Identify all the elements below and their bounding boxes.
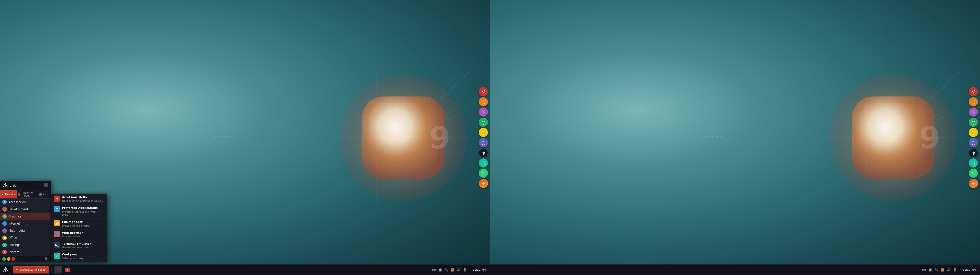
arcolinux-hello-desc: Need to know information about ...: [62, 199, 104, 202]
tray-keyboard-icon[interactable]: ⌨: [432, 268, 437, 272]
tray2-volume-icon[interactable]: 🔊: [947, 268, 951, 272]
tray-wifi-icon[interactable]: 📶: [450, 268, 455, 272]
multimedia-icon: 🎵: [2, 228, 7, 233]
category-office[interactable]: 📄 Office: [0, 234, 51, 242]
app-terminal[interactable]: ▶_ Terminal Emulator Use the command lin…: [51, 240, 107, 251]
tab-all-label: All: [43, 193, 46, 196]
taskbar-user: erik: [482, 268, 487, 272]
preferred-apps-name: Preferred Applications: [62, 206, 104, 210]
tab-favorites[interactable]: ★ Favorites: [0, 190, 17, 198]
svg-marker-20: [16, 269, 19, 271]
protocol-text: PROTOCOL: [215, 136, 234, 139]
taskbar-tray: ⌨ 📋 🔧 📶 🔊 🔋 21:32 erik: [430, 267, 490, 273]
taskbar: ArcoLinux tio Builder ⬛ ▶ ⌨ 📋 🔧 📶 🔊 🔋 21…: [0, 264, 490, 275]
file-manager-name: File Manager: [62, 220, 104, 224]
dock-icon-dark[interactable]: ⊕: [479, 148, 488, 157]
menu-categories: ⚙ Accessories 💻 Development 🎨 Graphics 🌐…: [0, 199, 51, 256]
taskbar-2: ⌨ 📋 🔧 📶 🔊 🔋 21:32 erik: [490, 264, 980, 275]
category-accessories[interactable]: ⚙ Accessories: [0, 199, 51, 206]
category-settings[interactable]: ⚙ Settings: [0, 242, 51, 248]
category-office-label: Office: [8, 236, 17, 240]
tray2-separator: [960, 267, 960, 273]
category-development-label: Development: [8, 207, 28, 211]
dock-icon-y[interactable]: ○: [479, 128, 488, 137]
settings-icon: ⚙: [2, 243, 7, 247]
maximize-button[interactable]: [7, 257, 11, 261]
tray2-keyboard-icon[interactable]: ⌨: [922, 268, 927, 272]
dock2-icon-v[interactable]: V: [969, 87, 978, 96]
tray-network-icon[interactable]: 🔧: [444, 268, 449, 272]
dock2-icon-teal[interactable]: ○: [969, 158, 978, 168]
taskbar-app-monitor[interactable]: ⬛: [54, 266, 62, 273]
category-graphics[interactable]: 🎨 Graphics: [0, 213, 51, 220]
minimize-button[interactable]: [2, 257, 6, 261]
dock2-icon-dark[interactable]: ⊕: [969, 148, 978, 157]
menu-close-button[interactable]: ×: [44, 183, 48, 187]
taskbar2-user: erik: [972, 268, 977, 272]
arcolinux-logo: [3, 183, 8, 188]
taskbar-app-red[interactable]: ▶: [63, 266, 72, 273]
dock2-icon-sp[interactable]: ✦: [969, 179, 978, 188]
preferred-apps-desc: Preferred Applications (Web Brow...: [62, 210, 104, 217]
search-button[interactable]: 🔍: [45, 257, 49, 261]
monitor-2: PROTOCOL 9 V ○ ♡ ○ ○ ○ ⊕ ○ S ✦ ⌨ 📋 🔧 📶 🔊…: [490, 0, 980, 275]
taskbar-monitor-icon: ⬛: [56, 268, 60, 272]
taskbar-clock[interactable]: 21:32: [473, 268, 481, 272]
category-internet[interactable]: 🌐 Internet: [0, 220, 51, 227]
tray-volume-icon[interactable]: 🔊: [457, 268, 461, 272]
menu-header-left: erik: [3, 183, 16, 188]
taskbar-apps: ArcoLinux tio Builder ⬛ ▶: [11, 266, 430, 273]
tray2-battery-icon[interactable]: 🔋: [953, 268, 957, 272]
dock-icon-v[interactable]: V: [479, 87, 488, 96]
dock2-icon-g[interactable]: ○: [969, 118, 978, 127]
close-button[interactable]: [11, 257, 15, 261]
category-development[interactable]: 💻 Development: [0, 206, 51, 213]
file-manager-desc: Browse the file system: [62, 224, 104, 228]
tray-battery-icon[interactable]: 🔋: [463, 268, 467, 272]
tab-recently-used[interactable]: ⏱ Recently Used: [17, 190, 34, 198]
arcolinux-builder-button[interactable]: ArcoLinux tio Builder: [13, 266, 49, 273]
dock2-icon-o[interactable]: ○: [969, 97, 978, 106]
dock2-icon-gr[interactable]: ○: [969, 138, 978, 147]
dock-icon-g[interactable]: ○: [479, 118, 488, 127]
app-file-manager[interactable]: 📁 File Manager Browse the file system: [51, 218, 107, 229]
tab-all[interactable]: ⊞ All: [34, 190, 51, 198]
dock2-icon-s[interactable]: S: [969, 169, 978, 178]
dock-icon-s[interactable]: S: [479, 169, 488, 178]
dock-icon-gr[interactable]: ○: [479, 138, 488, 147]
tray2-network-icon[interactable]: 🔧: [934, 268, 939, 272]
tray2-clipboard-icon[interactable]: 📋: [928, 268, 933, 272]
category-multimedia[interactable]: 🎵 Multimedia: [0, 227, 51, 234]
dock-icon-o[interactable]: ○: [479, 97, 488, 106]
tray-clipboard-icon[interactable]: 📋: [438, 268, 443, 272]
tab-favorites-label: Favorites: [5, 193, 17, 196]
monitor-1: PROTOCOL 9 V ○ ♡ ○ ○ ○ ⊕ ○ S ✦ erik ×: [0, 0, 490, 275]
menu-username: erik: [10, 183, 16, 187]
protocol-text-2: PROTOCOL: [705, 136, 724, 139]
dock2-icon-y[interactable]: ○: [969, 128, 978, 137]
file-manager-text: File Manager Browse the file system: [62, 220, 104, 228]
app-conkyzen[interactable]: Z Conkyzen Select your conky: [51, 251, 107, 262]
app-arcolinux-hello[interactable]: A ArcoLinux Hello Need to know informati…: [51, 194, 107, 205]
arcolinux-hello-icon: A: [54, 196, 60, 202]
dock-icon-p[interactable]: ♡: [479, 107, 488, 117]
terminal-text: Terminal Emulator Use the command line: [62, 242, 104, 249]
app-preferred-apps[interactable]: ⚙ Preferred Applications Preferred Appli…: [51, 204, 107, 218]
tray2-wifi-icon[interactable]: 📶: [940, 268, 945, 272]
taskbar-red-icon: ▶: [65, 268, 70, 272]
category-system[interactable]: 🖥 System: [0, 248, 51, 256]
accessories-icon: ⚙: [2, 200, 7, 204]
app-web-browser[interactable]: 🌐 Web Browser Browse the web: [51, 229, 107, 240]
start-button[interactable]: [0, 265, 11, 275]
menu-tabs: ★ Favorites ⏱ Recently Used ⊞ All: [0, 190, 51, 199]
tray-separator: [470, 267, 470, 273]
all-icon: ⊞: [38, 193, 42, 196]
category-multimedia-label: Multimedia: [8, 229, 25, 232]
dock2-icon-p[interactable]: ♡: [969, 107, 978, 117]
dock-icon-teal[interactable]: ○: [479, 158, 488, 168]
clock-time: 21:32: [473, 268, 481, 272]
taskbar-separator: [51, 267, 52, 273]
dock-icon-sp[interactable]: ✦: [479, 179, 488, 188]
taskbar2-clock[interactable]: 21:32: [963, 268, 971, 272]
builder-icon: [15, 268, 19, 272]
